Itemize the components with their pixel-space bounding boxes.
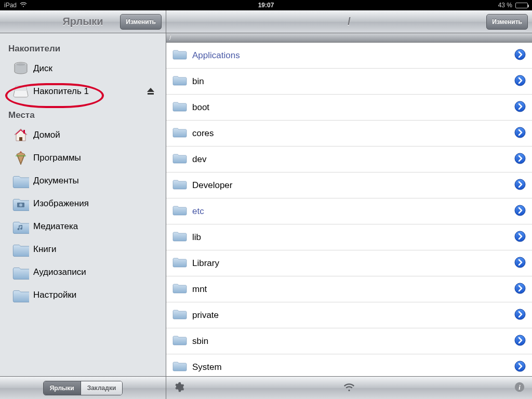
disclosure-button[interactable] — [514, 309, 526, 322]
file-name: System — [192, 362, 222, 373]
disclosure-button[interactable] — [514, 257, 526, 270]
sidebar-item-label: Аудиозаписи — [33, 267, 86, 277]
sidebar-item-label: Документы — [33, 176, 79, 186]
sidebar-title: Ярлыки — [62, 16, 103, 28]
sidebar-item-settings[interactable]: Настройки — [0, 284, 166, 307]
sidebar-section-header: Места — [0, 103, 166, 124]
segment-shortcuts[interactable]: Ярлыки — [44, 381, 81, 395]
info-button[interactable]: i — [512, 381, 527, 395]
disclosure-button[interactable] — [514, 335, 526, 348]
sidebar-item-label: Настройки — [33, 290, 76, 300]
sidebar-item-books[interactable]: Книги — [0, 238, 166, 261]
folder-icon — [172, 205, 187, 218]
hdd-icon — [8, 60, 33, 77]
battery-icon — [515, 3, 528, 8]
sidebar-item-label: Накопитель 1 — [33, 86, 89, 97]
wifi-button[interactable] — [342, 381, 356, 395]
sidebar-item-media[interactable]: Медиатека — [0, 215, 166, 238]
sidebar-item-apps[interactable]: Программы — [0, 147, 166, 169]
sidebar-item-label: Домой — [33, 130, 60, 140]
disclosure-button[interactable] — [514, 75, 526, 88]
folder-icon — [172, 309, 187, 322]
sidebar-item-audio[interactable]: Аудиозаписи — [0, 261, 166, 284]
main-pane: / Изменить / Applicationsbinbootcoresdev… — [166, 10, 532, 399]
wifi-icon — [343, 382, 355, 394]
file-name: Library — [192, 258, 219, 269]
main-edit-label: Изменить — [492, 18, 522, 25]
sidebar-item-label: Программы — [33, 153, 81, 163]
file-row[interactable]: Applications — [166, 43, 532, 69]
sidebar-section-header: Накопители — [0, 36, 166, 57]
wifi-icon — [20, 2, 27, 9]
file-name: sbin — [192, 336, 208, 347]
disclosure-button[interactable] — [514, 361, 526, 374]
file-row[interactable]: dev — [166, 147, 532, 172]
disclosure-button[interactable] — [514, 49, 526, 62]
sidebar-toolbar: Ярлыки Закладки — [0, 376, 166, 399]
disclosure-button[interactable] — [514, 205, 526, 218]
folder-icon — [172, 283, 187, 296]
folder-icon — [8, 287, 33, 303]
path-text: / — [169, 34, 171, 42]
disclosure-button[interactable] — [514, 101, 526, 114]
sidebar-item-documents[interactable]: Документы — [0, 169, 166, 192]
folder-music-icon — [8, 218, 33, 235]
file-name: private — [192, 310, 219, 321]
info-icon: i — [514, 381, 525, 395]
sidebar-item-label: Диск — [33, 63, 52, 74]
file-row[interactable]: lib — [166, 224, 532, 250]
sidebar-edit-button[interactable]: Изменить — [120, 14, 162, 30]
folder-icon — [8, 264, 33, 281]
battery-text: 43 % — [498, 2, 512, 9]
file-name: Developer — [192, 180, 233, 191]
file-name: dev — [192, 154, 206, 165]
sidebar-item-label: Медиатека — [33, 221, 78, 232]
file-name: boot — [192, 102, 209, 113]
status-bar: iPad 19:07 43 % — [0, 0, 532, 10]
segment-bookmarks[interactable]: Закладки — [81, 381, 123, 395]
folder-icon — [172, 75, 187, 88]
file-list[interactable]: ApplicationsbinbootcoresdevDeveloperetcl… — [166, 43, 532, 376]
folder-icon — [172, 231, 187, 244]
apps-icon — [8, 150, 33, 166]
file-row[interactable]: Developer — [166, 172, 532, 198]
sidebar-item-disk[interactable]: Диск — [0, 57, 166, 80]
file-row[interactable]: mnt — [166, 276, 532, 302]
home-icon — [8, 127, 33, 143]
svg-text:i: i — [518, 383, 521, 391]
sidebar-item-drive-1[interactable]: Накопитель 1 — [0, 80, 166, 103]
sidebar-navbar: Ярлыки Изменить — [0, 10, 166, 33]
folder-icon — [172, 153, 187, 166]
sidebar-item-label: Книги — [33, 244, 56, 255]
settings-button[interactable] — [171, 381, 186, 395]
disclosure-button[interactable] — [514, 179, 526, 192]
sidebar-edit-label: Изменить — [126, 18, 156, 25]
file-row[interactable]: cores — [166, 121, 532, 147]
folder-icon — [172, 127, 187, 140]
main-navbar: / Изменить — [166, 10, 532, 33]
folder-images-icon — [8, 195, 33, 212]
gear-icon — [173, 381, 184, 395]
sidebar-item-label: Изображения — [33, 198, 89, 209]
path-bar: / — [166, 33, 532, 43]
disclosure-button[interactable] — [514, 231, 526, 244]
folder-icon — [172, 101, 187, 114]
file-row[interactable]: Library — [166, 250, 532, 276]
file-row[interactable]: sbin — [166, 328, 532, 354]
folder-icon — [172, 49, 187, 62]
folder-icon — [172, 179, 187, 192]
disclosure-button[interactable] — [514, 153, 526, 166]
sidebar-item-home[interactable]: Домой — [0, 124, 166, 147]
file-row[interactable]: bin — [166, 69, 532, 95]
sidebar-item-images[interactable]: Изображения — [0, 192, 166, 215]
disclosure-button[interactable] — [514, 283, 526, 296]
file-row[interactable]: System — [166, 354, 532, 376]
disclosure-button[interactable] — [514, 127, 526, 140]
folder-icon — [172, 361, 187, 374]
file-name: Applications — [192, 50, 240, 61]
main-edit-button[interactable]: Изменить — [486, 14, 528, 30]
eject-icon[interactable] — [147, 88, 154, 95]
file-row[interactable]: private — [166, 302, 532, 328]
file-row[interactable]: etc — [166, 198, 532, 224]
file-row[interactable]: boot — [166, 95, 532, 121]
